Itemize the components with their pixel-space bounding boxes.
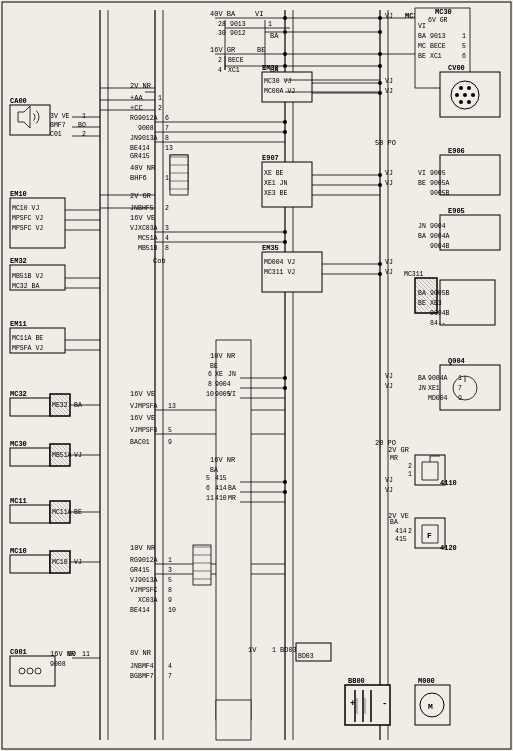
wiring-diagram [0, 0, 513, 751]
